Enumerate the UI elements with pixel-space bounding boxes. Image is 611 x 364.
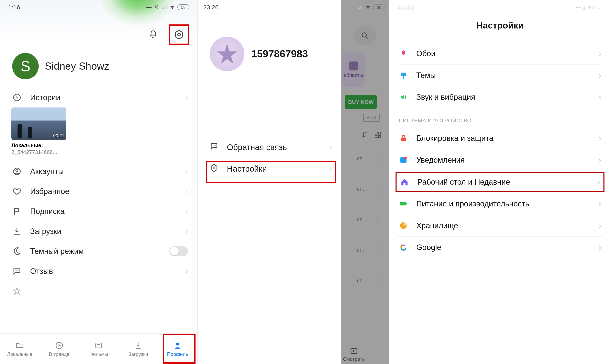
settings-power[interactable]: Питание и производительность › [397,193,603,215]
download-icon [11,226,22,237]
menu-history-label: Истории [30,93,60,102]
battery-icon [399,199,408,208]
account-icon [11,166,22,177]
notifications-button[interactable] [146,28,160,41]
story-thumbnail: 00:21 [11,107,66,140]
signal-icon [161,4,167,10]
menu-feedback[interactable]: Отзыв › [0,261,197,281]
svg-rect-26 [400,202,406,206]
drawer-profile[interactable]: 1597867983 [198,12,340,79]
history-story-preview[interactable]: 00:21 Локальные: 2_544277314666... [0,107,197,161]
star-icon [216,43,238,65]
avatar [210,37,244,71]
settings-home-recent-label: Рабочий стол и Недавние [417,178,510,186]
status-indicators: ••• ◬ ▾ ▿ ⌄ [576,4,601,11]
settings-home-recent-highlighted[interactable]: Рабочий стол и Недавние › [396,172,604,192]
settings-list: Обои › Темы › Звук и вибрация › СИСТЕМА … [389,43,611,258]
menu-downloads-label: Загрузки [30,227,61,236]
settings-sound[interactable]: Звук и вибрация › [397,86,603,108]
section-system-device: СИСТЕМА И УСТРОЙСТВО [397,108,603,128]
chevron-right-icon: › [598,243,601,252]
screen-drawer: ейлисты BUY NOW Ad ✕ ст...⋮ ст...⋮ ст...… [198,0,389,364]
svg-point-25 [404,156,407,159]
settings-google-label: Google [416,243,441,252]
wallpaper-icon [399,49,408,58]
drawer-feedback[interactable]: Обратная связь › [198,136,340,158]
settings-themes[interactable]: Темы › [397,65,603,86]
nav-trending[interactable]: В тренде [40,334,79,364]
nav-trending-label: В тренде [49,351,69,357]
svg-point-7 [97,344,98,345]
status-indicators: 66 [357,4,385,10]
chevron-right-icon: › [185,267,188,276]
nav-movies[interactable]: Фильмы [79,334,119,364]
chevron-right-icon: › [598,199,601,208]
sound-icon [399,92,408,102]
menu-dark-mode-label: Темный режим [30,247,84,256]
settings-storage-label: Хранилище [416,221,458,230]
nav-downloads[interactable]: Загрузки [118,334,158,364]
nav-local[interactable]: Локальные [0,334,40,364]
menu-favorites-label: Избранное [30,187,69,196]
settings-google[interactable]: Google › [397,236,603,258]
wifi-icon [365,4,371,10]
menu-accounts[interactable]: Аккаунты › [0,161,197,182]
settings-notifications[interactable]: Уведомления › [397,149,603,171]
movies-icon [94,341,103,350]
mute-icon [154,4,159,10]
wifi-icon [169,4,175,10]
menu-dark-mode[interactable]: Темный режим [0,241,197,261]
nav-local-label: Локальные [7,351,32,357]
profile-name: Sidney Showz [45,60,109,72]
settings-themes-label: Темы [416,71,436,80]
home-icon [400,177,409,187]
chevron-right-icon: › [598,93,601,102]
chevron-right-icon: › [598,156,601,165]
svg-rect-22 [403,76,404,78]
nav-downloads-label: Загрузки [128,351,148,357]
more-dots-icon: ••• [146,4,152,11]
nav-movies-label: Фильмы [89,351,108,357]
star-outline-icon [11,286,22,297]
chevron-right-icon: › [329,143,332,152]
story-caption: Локальные: 2_544277314666... [11,142,197,155]
story-duration: 00:21 [53,133,64,138]
chevron-right-icon: › [598,71,601,80]
profile-menu: Истории › 00:21 Локальные: 2_54427731466… [0,88,197,301]
svg-rect-6 [96,343,101,348]
battery-pill: 66 [373,4,385,10]
dark-mode-toggle[interactable] [169,246,188,256]
svg-rect-27 [406,203,407,205]
settings-button-highlighted[interactable] [169,25,189,45]
status-bar: 1:16 ••• 58 [0,0,197,12]
menu-downloads[interactable]: Загрузки › [0,221,197,241]
settings-power-label: Питание и производительность [416,199,529,208]
flag-icon [11,206,22,217]
menu-subscription[interactable]: Подписка › [0,201,197,221]
settings-wallpaper[interactable]: Обои › [397,43,603,65]
drawer-feedback-label: Обратная связь [227,143,287,152]
menu-cut-row [0,281,197,301]
chevron-right-icon: › [598,49,601,58]
settings-lock[interactable]: Блокировка и защита › [397,128,603,149]
play-circle-icon [54,341,64,350]
settings-notifications-label: Уведомления [416,156,465,165]
screen-profile: 1:16 ••• 58 S Sidney Showz Истории › [0,0,198,364]
profile-header[interactable]: S Sidney Showz [0,45,197,88]
themes-icon [399,71,408,80]
svg-point-1 [178,33,180,36]
download-nav-icon [133,341,143,350]
menu-favorites[interactable]: Избранное › [0,182,197,201]
status-time: 1:16 [8,4,20,11]
menu-accounts-label: Аккаунты [30,167,64,176]
settings-storage[interactable]: Хранилище › [397,215,603,236]
status-bar: ∠ɔ.∠ɣ ••• ◬ ▾ ▿ ⌄ [389,0,611,12]
chat-icon [210,142,220,152]
settings-row-highlight [206,161,336,183]
menu-feedback-label: Отзыв [30,267,53,276]
svg-point-17 [213,145,213,146]
history-icon [11,92,22,103]
moon-icon [11,246,22,257]
menu-history[interactable]: Истории › [0,88,197,107]
dim-overlay[interactable] [341,0,389,364]
